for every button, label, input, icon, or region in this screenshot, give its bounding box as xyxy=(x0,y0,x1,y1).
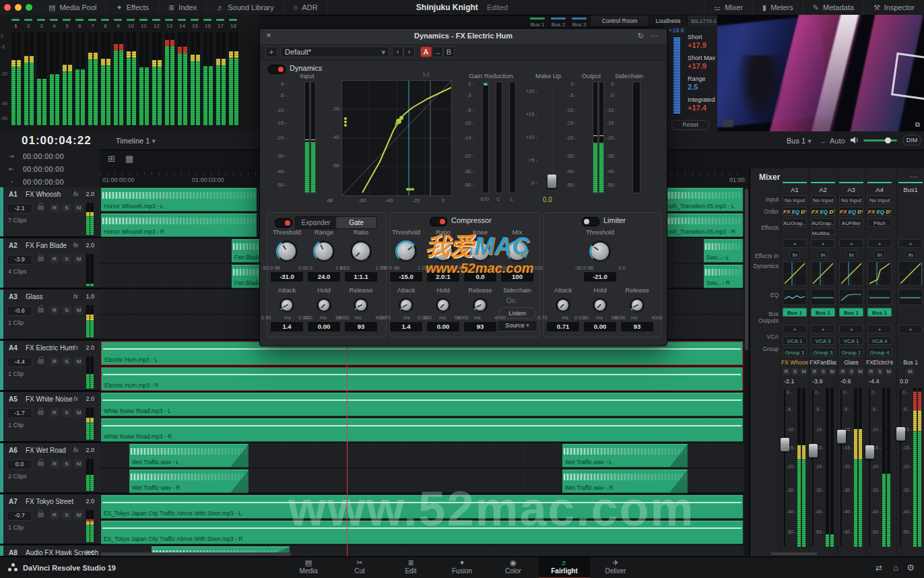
track-record-button[interactable]: R xyxy=(50,511,59,519)
audio-clip[interactable]: Electric Hum.mp3 - R xyxy=(101,367,743,391)
viewer-expand-icon[interactable]: ⧉ xyxy=(915,121,920,129)
track-record-button[interactable]: R xyxy=(50,459,59,468)
fader-handle[interactable] xyxy=(896,427,905,441)
limiter-enable-toggle[interactable] xyxy=(582,217,599,226)
lock-icon[interactable] xyxy=(38,513,44,517)
timeline-flag-tool-icon[interactable]: ⊞ xyxy=(108,154,115,164)
gear-icon[interactable]: ⚙ xyxy=(906,563,915,573)
bus-tab-1[interactable]: Bus 1 xyxy=(527,18,548,28)
timeline-vertical-scrollbar[interactable] xyxy=(745,189,748,350)
track-mute-button[interactable]: M xyxy=(74,255,84,263)
channel-arm-dash[interactable] xyxy=(152,19,160,21)
page-tab-color[interactable]: ◉Color xyxy=(488,557,539,578)
menu-index[interactable]: ≣Index xyxy=(159,0,207,15)
audio-clip[interactable]: Swo...- R xyxy=(704,265,743,288)
strip-order-chip[interactable]: FX EQ DY xyxy=(867,207,892,216)
channel-arm-dash[interactable] xyxy=(75,19,84,21)
audio-clip[interactable]: White Noise Road.mp3 - R xyxy=(101,418,743,442)
viewer-overlay-icon[interactable] xyxy=(723,120,733,127)
track-record-button[interactable]: R xyxy=(50,408,59,417)
strip-solo-button[interactable]: S xyxy=(848,368,855,375)
knob-value[interactable]: 1.4 xyxy=(390,322,422,331)
channel-arm-dash[interactable] xyxy=(114,19,122,21)
attack-knob[interactable] xyxy=(279,298,294,313)
bus-tab-3[interactable]: Bus 3 xyxy=(568,18,590,28)
strip-vca-assign[interactable]: VCA 3 xyxy=(811,336,835,345)
channel-arm-dash[interactable] xyxy=(165,19,173,21)
ab-compare-b-button[interactable]: B xyxy=(443,46,455,57)
dialog-history-icon[interactable]: ↻ xyxy=(638,32,644,40)
track-header-a3[interactable]: A3Glassfx1.0-0.6RSM1 Clip xyxy=(0,290,100,340)
preset-select[interactable]: Default* ▾ xyxy=(280,46,389,57)
auto-label[interactable]: Auto xyxy=(830,137,845,145)
panel-toggle-meters[interactable]: ▮Meters xyxy=(752,0,803,15)
track-gain-value[interactable]: -3.9 xyxy=(7,255,32,265)
ab-compare-a-button[interactable]: A xyxy=(420,46,432,57)
strip-bus-output[interactable]: Bus 1 xyxy=(811,308,835,317)
strip-record-button[interactable]: R xyxy=(783,368,790,375)
strip-add-effect-button[interactable]: + xyxy=(811,239,835,248)
strip-dynamics-thumbnail[interactable] xyxy=(811,261,835,286)
strip-group-assign[interactable]: Group 1 xyxy=(839,348,863,356)
audio-clip[interactable]: White Noise Road.mp3 - L xyxy=(101,393,743,416)
fader-handle[interactable] xyxy=(809,444,818,457)
monitor-bus-selector[interactable]: Bus 1 ▾ xyxy=(787,137,812,146)
track-header-a5[interactable]: A5FX White Noisefx2.0-1.7RSM1 Clip xyxy=(0,392,100,443)
knob-value[interactable]: 93 xyxy=(464,322,496,331)
track-mute-button[interactable]: M xyxy=(74,306,84,315)
track-record-button[interactable]: R xyxy=(50,203,59,212)
lock-icon[interactable] xyxy=(38,308,44,313)
audio-clip[interactable]: Wet Traffic.wav - L xyxy=(562,444,688,468)
preset-next-button[interactable]: › xyxy=(403,46,415,57)
audio-clip[interactable]: Swo...- L xyxy=(704,239,743,263)
track-gain-value[interactable]: -0.7 xyxy=(7,511,32,521)
strip-eq-thumbnail[interactable] xyxy=(839,289,863,305)
strip-record-button[interactable]: R xyxy=(867,368,875,375)
knob-value[interactable]: 0.00 xyxy=(308,322,340,331)
ab-copy-button[interactable]: → xyxy=(432,46,443,57)
swap-icon[interactable]: ⇄ xyxy=(876,563,882,573)
strip-record-button[interactable]: R xyxy=(839,368,847,375)
channel-arm-dash[interactable] xyxy=(191,19,199,21)
panel-toggle-inspector[interactable]: ⚒Inspector xyxy=(863,0,924,15)
fader-handle[interactable] xyxy=(781,438,789,451)
track-gain-value[interactable]: -4.4 xyxy=(7,357,32,367)
track-mute-button[interactable]: M xyxy=(74,511,84,519)
track-solo-button[interactable]: S xyxy=(62,408,71,417)
audio-clip[interactable]: Horror Whoosh.mp3 - L xyxy=(101,188,257,212)
strip-add-bus-button[interactable]: + xyxy=(839,325,863,333)
knob-value[interactable]: -15.0 xyxy=(390,272,422,282)
track-mute-button[interactable]: M xyxy=(74,357,84,366)
strip-dynamics-thumbnail[interactable] xyxy=(898,261,923,286)
strip-order-chip[interactable]: FX EQ DY xyxy=(811,207,835,216)
lock-icon[interactable] xyxy=(38,359,44,364)
fader-handle[interactable] xyxy=(865,445,874,459)
strip-dynamics-thumbnail[interactable] xyxy=(839,261,863,286)
track-record-button[interactable]: R xyxy=(50,306,59,315)
channel-arm-dash[interactable] xyxy=(50,19,58,21)
knob-value[interactable]: 0.00 xyxy=(584,322,616,331)
strip-effect-slot[interactable]: AUGrap... xyxy=(783,218,807,227)
panel-toggle-metadata[interactable]: ✎Metadata xyxy=(803,0,863,15)
strip-solo-button[interactable]: S xyxy=(876,368,884,375)
strip-input-select[interactable]: No Input xyxy=(867,195,892,204)
strip-add-effect-button[interactable]: + xyxy=(898,239,923,248)
strip-group-assign[interactable]: Group 4 xyxy=(867,348,892,356)
window-minimize-button[interactable] xyxy=(15,4,22,11)
strip-effect-slot[interactable]: Pitch xyxy=(867,218,892,227)
lock-icon[interactable] xyxy=(38,410,44,415)
control-room-tab[interactable]: Control Room xyxy=(590,15,649,27)
timeline-grid-tool-icon[interactable]: ▦ xyxy=(125,154,133,164)
sidechain-listen-button[interactable]: Listen xyxy=(498,307,536,319)
page-tab-deliver[interactable]: ✈Deliver xyxy=(590,557,641,578)
page-tab-media[interactable]: ▤Media xyxy=(283,557,334,578)
track-mute-button[interactable]: M xyxy=(74,459,84,468)
attack-knob[interactable] xyxy=(556,298,570,313)
dim-button[interactable]: DIM xyxy=(902,135,921,146)
strip-eq-thumbnail[interactable] xyxy=(783,289,807,305)
track-solo-button[interactable]: S xyxy=(62,357,71,366)
strip-solo-button[interactable]: S xyxy=(820,368,827,375)
release-knob[interactable] xyxy=(630,298,645,313)
timeline-horizontal-scrollbar[interactable] xyxy=(101,552,291,556)
tab-expander[interactable]: Expander xyxy=(296,217,336,228)
